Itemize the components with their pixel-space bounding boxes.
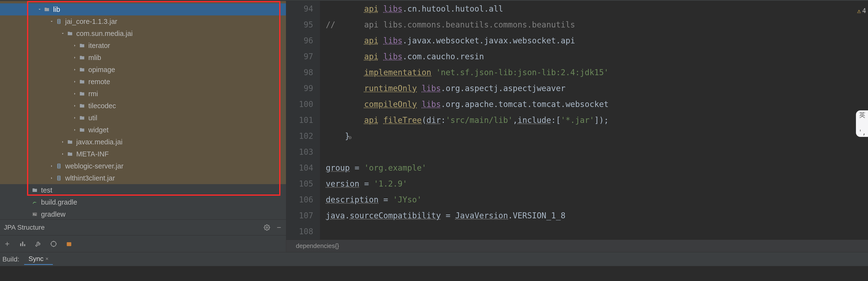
- gear-icon[interactable]: [264, 224, 270, 231]
- chevron-right-icon[interactable]: [71, 80, 78, 83]
- gutter-line-number[interactable]: 101: [286, 112, 313, 128]
- tree-item[interactable]: wlthint3client.jar: [0, 172, 286, 184]
- jpa-toolbar: [0, 235, 286, 252]
- chevron-right-icon[interactable]: [71, 92, 78, 96]
- chevron-right-icon[interactable]: [71, 68, 78, 72]
- tree-item-label: lib: [53, 5, 60, 13]
- code-line[interactable]: api libs.javax.websocket.javax.websocket…: [326, 33, 868, 49]
- svg-rect-12: [33, 213, 37, 216]
- tree-item-label: widget: [88, 126, 108, 134]
- gutter-line-number[interactable]: 96: [286, 33, 313, 49]
- tree-item[interactable]: remote: [0, 76, 286, 88]
- inspection-badge[interactable]: ⚠ 4: [857, 3, 866, 19]
- folder-icon: [78, 67, 86, 72]
- box-icon[interactable]: [66, 241, 72, 247]
- code-line[interactable]: description = 'JYso': [326, 192, 868, 208]
- chevron-right-icon[interactable]: [71, 116, 78, 120]
- folder-icon: [78, 43, 86, 48]
- code-line[interactable]: api libs.cn.hutool.hutool.all: [326, 1, 868, 17]
- folder-icon: [43, 7, 51, 12]
- close-icon[interactable]: ×: [45, 256, 49, 262]
- tree-item[interactable]: rmi: [0, 88, 286, 100]
- code-line[interactable]: runtimeOnly libs.org.aspectj.aspectjweav…: [326, 80, 868, 96]
- tree-item[interactable]: gradlew: [0, 208, 286, 219]
- breadcrumb[interactable]: dependencies{}: [286, 240, 868, 252]
- tree-item[interactable]: util: [0, 112, 286, 124]
- gutter-line-number[interactable]: 94: [286, 1, 313, 17]
- add-icon[interactable]: [4, 241, 11, 247]
- gutter-line-number[interactable]: 105: [286, 176, 313, 192]
- tree-item[interactable]: mlib: [0, 51, 286, 64]
- chevron-right-icon[interactable]: [71, 56, 78, 60]
- code-line[interactable]: compileOnly libs.org.apache.tomcat.tomca…: [326, 96, 868, 112]
- tree-item[interactable]: opimage: [0, 64, 286, 76]
- build-tool-window-header: Build: Sync ×: [0, 252, 868, 266]
- code-line[interactable]: api libs.com.caucho.resin: [326, 49, 868, 65]
- code-line[interactable]: // api libs.commons.beanutils.commons.be…: [326, 17, 868, 33]
- chevron-right-icon[interactable]: [59, 152, 66, 156]
- code-line[interactable]: api fileTree(dir:'src/main/lib',include:…: [326, 112, 868, 128]
- project-tree[interactable]: libjai_core-1.1.3.jarcom.sun.media.jaiit…: [0, 1, 286, 219]
- fold-brace-icon[interactable]: ⊖: [348, 130, 351, 146]
- code-line[interactable]: version = '1.2.9': [326, 176, 868, 192]
- folder-icon: [78, 127, 86, 133]
- gutter-line-number[interactable]: 99: [286, 80, 313, 96]
- tree-item-label: test: [41, 186, 52, 194]
- minimize-icon[interactable]: [276, 224, 282, 231]
- tree-item[interactable]: lib: [0, 3, 286, 15]
- tree-item[interactable]: tilecodec: [0, 100, 286, 112]
- code-line[interactable]: group = 'org.example': [326, 160, 868, 176]
- tree-item[interactable]: widget: [0, 124, 286, 136]
- gutter[interactable]: 949596979899100101102103104105106107108: [286, 1, 320, 240]
- code-editor[interactable]: 949596979899100101102103104105106107108 …: [286, 1, 868, 240]
- code-line[interactable]: [326, 144, 868, 160]
- ime-indicator[interactable]: 英 ',: [856, 110, 868, 137]
- chevron-down-icon[interactable]: [36, 7, 43, 11]
- jar-icon: [55, 175, 63, 181]
- tree-item[interactable]: build.gradle: [0, 196, 286, 208]
- jpa-title: JPA Structure: [4, 224, 44, 231]
- code-text[interactable]: ⊖ api libs.cn.hutool.hutool.all// api li…: [320, 1, 868, 240]
- build-tab-sync[interactable]: Sync ×: [24, 253, 53, 265]
- chevron-right-icon[interactable]: [24, 188, 31, 192]
- chart-icon[interactable]: [19, 241, 26, 247]
- chevron-down-icon[interactable]: [48, 20, 55, 23]
- target-icon[interactable]: [50, 241, 57, 247]
- gutter-line-number[interactable]: 102: [286, 128, 313, 144]
- svg-rect-18: [22, 242, 23, 246]
- code-line[interactable]: [326, 224, 868, 240]
- chevron-down-icon[interactable]: [59, 32, 66, 35]
- chevron-right-icon[interactable]: [59, 140, 66, 144]
- chevron-right-icon[interactable]: [71, 104, 78, 108]
- wrench-icon[interactable]: [35, 241, 41, 247]
- gutter-line-number[interactable]: 106: [286, 192, 313, 208]
- tree-item[interactable]: jai_core-1.1.3.jar: [0, 15, 286, 28]
- chevron-right-icon[interactable]: [71, 44, 78, 47]
- gutter-line-number[interactable]: 107: [286, 208, 313, 224]
- tree-item[interactable]: weblogic-server.jar: [0, 160, 286, 172]
- tree-item[interactable]: com.sun.media.jai: [0, 28, 286, 39]
- warning-icon: ⚠: [857, 3, 861, 19]
- tree-item[interactable]: iterator: [0, 39, 286, 51]
- tree-item-label: wlthint3client.jar: [65, 174, 115, 182]
- gutter-line-number[interactable]: 103: [286, 144, 313, 160]
- gutter-line-number[interactable]: 104: [286, 160, 313, 176]
- chevron-right-icon[interactable]: [71, 128, 78, 132]
- gutter-line-number[interactable]: 95: [286, 17, 313, 33]
- gutter-line-number[interactable]: 97: [286, 49, 313, 65]
- code-line[interactable]: java.sourceCompatibility = JavaVersion.V…: [326, 208, 868, 224]
- folder-icon: [66, 139, 74, 145]
- code-line[interactable]: }: [326, 128, 868, 144]
- chevron-right-icon[interactable]: [48, 164, 55, 168]
- tree-item[interactable]: META-INF: [0, 148, 286, 160]
- jar-icon: [55, 18, 63, 25]
- gutter-line-number[interactable]: 108: [286, 224, 313, 240]
- code-line[interactable]: implementation 'net.sf.json-lib:json-lib…: [326, 65, 868, 80]
- tree-item[interactable]: test: [0, 184, 286, 196]
- tree-item[interactable]: javax.media.jai: [0, 136, 286, 148]
- gutter-line-number[interactable]: 100: [286, 96, 313, 112]
- gutter-line-number[interactable]: 98: [286, 65, 313, 80]
- jar-icon: [55, 163, 63, 169]
- chevron-right-icon[interactable]: [48, 176, 55, 180]
- jpa-structure-header[interactable]: JPA Structure: [0, 219, 286, 235]
